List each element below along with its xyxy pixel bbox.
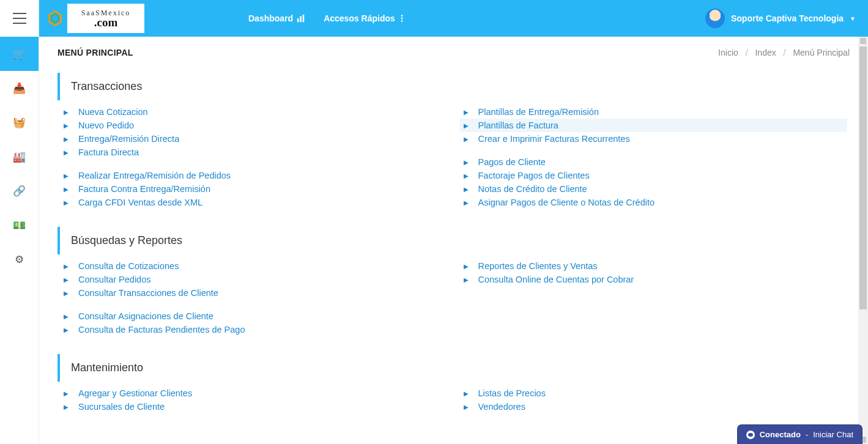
svg-rect-2 <box>297 18 299 22</box>
menu-link-label: Consulta de Cotizaciones <box>78 261 179 271</box>
menu-link[interactable]: ▶Consultar Transacciones de Cliente <box>60 286 448 300</box>
hamburger-icon <box>13 13 26 24</box>
nav-accesos[interactable]: Accesos Rápidos <box>324 13 405 23</box>
sidebar-item-industry[interactable]: 🏭 <box>0 139 39 174</box>
sidebar-item-basket[interactable]: 🧺 <box>0 105 39 139</box>
caret-right-icon: ▶ <box>64 199 70 206</box>
menu-link-label: Plantillas de Entrega/Remisión <box>478 107 599 117</box>
sidebar-item-org[interactable]: 🔗 <box>0 174 39 208</box>
breadcrumb-sep: / <box>741 48 753 57</box>
svg-point-5 <box>401 15 402 17</box>
menu-link[interactable]: ▶Realizar Entrega/Remisión de Pedidos <box>60 169 448 182</box>
nav-dashboard-label: Dashboard <box>248 13 293 23</box>
menu-link-label: Consultar Pedidos <box>78 275 151 284</box>
menu-link[interactable]: ▶Nuevo Pedido <box>60 119 448 132</box>
panel-busquedas: Búsquedas y Reportes ▶Consulta de Cotiza… <box>57 227 850 345</box>
menu-link[interactable]: ▶Plantillas de Entrega/Remisión <box>460 105 848 119</box>
menu-link-label: Entrega/Remisión Directa <box>78 134 179 144</box>
brand-logo: SaaSMexico .com <box>67 4 144 33</box>
menu-link[interactable]: ▶Crear e Imprimir Facturas Recurrentes <box>460 132 848 146</box>
menu-link[interactable]: ▶Nueva Cotizacion <box>60 105 448 119</box>
section-heading-busquedas: Búsquedas y Reportes <box>57 227 850 254</box>
menu-link-label: Crear e Imprimir Facturas Recurrentes <box>478 134 630 144</box>
menu-link-label: Notas de Crédito de Cliente <box>478 184 587 194</box>
caret-right-icon: ▶ <box>64 276 70 283</box>
breadcrumb-sep: / <box>779 48 791 57</box>
scrollbar-thumb[interactable] <box>859 46 867 309</box>
menu-link-label: Consultar Asignaciones de Cliente <box>78 311 213 321</box>
menu-link[interactable]: ▶Asignar Pagos de Cliente o Notas de Cré… <box>460 196 848 209</box>
svg-point-6 <box>401 18 402 20</box>
menu-link-label: Nueva Cotizacion <box>78 107 148 117</box>
menu-link[interactable]: ▶Consulta de Cotizaciones <box>60 259 448 273</box>
avatar-icon <box>705 9 725 28</box>
menu-link-label: Consulta Online de Cuentas por Cobrar <box>478 275 634 284</box>
menu-link-label: Asignar Pagos de Cliente o Notas de Créd… <box>478 198 655 207</box>
breadcrumb: Inicio / Index / Menú Principal <box>718 48 850 57</box>
user-menu[interactable]: Soporte Captiva Tecnologia ▼ <box>705 9 868 28</box>
page-title: MENÚ PRINCIPAL <box>57 48 133 57</box>
menu-link-label: Consulta de Facturas Pendientes de Pago <box>78 325 245 335</box>
sidebar-item-cart[interactable]: 🛒 <box>0 37 39 71</box>
gear-icon: ⚙ <box>15 253 24 266</box>
nav-accesos-label: Accesos Rápidos <box>324 13 395 23</box>
menu-link[interactable]: ▶Listas de Precios <box>460 387 848 400</box>
menu-link-label: Sucursales de Cliente <box>78 402 165 412</box>
menu-link-label: Nuevo Pedido <box>78 120 134 130</box>
menu-link-label: Carga CFDI Ventas desde XML <box>78 198 202 207</box>
app-icon <box>46 10 64 27</box>
menu-link[interactable]: ▶Consulta de Facturas Pendientes de Pago <box>60 323 448 336</box>
sidebar-item-inbox[interactable]: 📥 <box>0 71 39 105</box>
menu-link[interactable]: ▶Factura Contra Entrega/Remisión <box>60 182 448 196</box>
sidebar-item-settings[interactable]: ⚙ <box>0 242 39 276</box>
menu-link[interactable]: ▶Consultar Asignaciones de Cliente <box>60 309 448 323</box>
vertical-scrollbar[interactable] <box>858 37 868 444</box>
caret-right-icon: ▶ <box>464 199 470 206</box>
menu-link[interactable]: ▶Entrega/Remisión Directa <box>60 132 448 146</box>
caret-right-icon: ▶ <box>64 136 70 142</box>
caret-right-icon: ▶ <box>464 172 470 179</box>
menu-link-label: Listas de Precios <box>478 388 546 398</box>
caret-right-icon: ▶ <box>64 313 70 320</box>
menu-link[interactable]: ▶Pagos de Cliente <box>460 155 848 169</box>
caret-right-icon: ▶ <box>464 122 470 129</box>
menu-link-label: Factura Contra Entrega/Remisión <box>78 184 210 194</box>
menu-link-label: Factoraje Pagos de Clientes <box>478 171 590 180</box>
breadcrumb-home[interactable]: Inicio <box>718 48 738 57</box>
menu-link[interactable]: ▶Plantillas de Factura <box>460 119 848 132</box>
menu-link[interactable]: ▶Notas de Crédito de Cliente <box>460 182 848 196</box>
sidebar-item-money[interactable]: 💵 <box>0 208 39 242</box>
caret-right-icon: ▶ <box>64 122 70 129</box>
menu-link[interactable]: ▶Consultar Pedidos <box>60 273 448 286</box>
brand-top: SaaSMexico <box>81 9 131 17</box>
menu-link-label: Factura Directa <box>78 147 139 157</box>
chat-status: Conectado <box>760 430 801 439</box>
section-heading-transacciones: Transacciones <box>57 73 850 100</box>
caret-right-icon: ▶ <box>64 404 70 410</box>
chat-action: Iniciar Chat <box>813 430 853 439</box>
menu-link-label: Reportes de Clientes y Ventas <box>478 261 598 271</box>
menu-link[interactable]: ▶Vendedores <box>460 400 848 413</box>
caret-right-icon: ▶ <box>464 404 470 410</box>
money-icon: 💵 <box>13 219 26 232</box>
menu-link[interactable]: ▶Reportes de Clientes y Ventas <box>460 259 848 273</box>
menu-link[interactable]: ▶Sucursales de Cliente <box>60 400 448 413</box>
menu-link[interactable]: ▶Carga CFDI Ventas desde XML <box>60 196 448 209</box>
caret-right-icon: ▶ <box>64 186 70 193</box>
menu-link[interactable]: ▶Consulta Online de Cuentas por Cobrar <box>460 273 848 286</box>
chat-widget[interactable]: Conectado - Iniciar Chat <box>738 425 862 444</box>
breadcrumb-index[interactable]: Index <box>755 48 776 57</box>
menu-link[interactable]: ▶Agregar y Gestionar Clientes <box>60 387 448 400</box>
caret-right-icon: ▶ <box>64 327 70 333</box>
menu-link-label: Consultar Transacciones de Cliente <box>78 288 218 298</box>
menu-link-label: Realizar Entrega/Remisión de Pedidos <box>78 171 231 180</box>
logo-area[interactable]: SaaSMexico .com <box>39 0 144 37</box>
svg-rect-3 <box>300 17 302 23</box>
menu-link[interactable]: ▶Factura Directa <box>60 146 448 159</box>
nav-dashboard[interactable]: Dashboard <box>248 13 305 23</box>
hamburger-button[interactable] <box>0 0 39 37</box>
menu-link-label: Agregar y Gestionar Clientes <box>78 388 192 398</box>
menu-link[interactable]: ▶Factoraje Pagos de Clientes <box>460 169 848 182</box>
content-area: MENÚ PRINCIPAL Inicio / Index / Menú Pri… <box>39 37 868 444</box>
svg-rect-4 <box>303 15 305 22</box>
